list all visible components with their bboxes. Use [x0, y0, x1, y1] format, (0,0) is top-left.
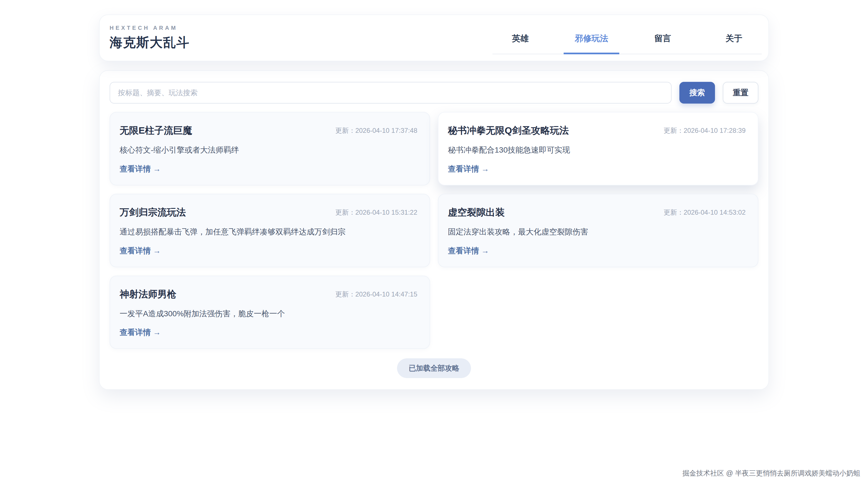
brand: HEXTECH ARAM 海克斯大乱斗 [110, 25, 190, 51]
guide-summary: 固定法穿出装攻略，最大化虚空裂隙伤害 [448, 227, 746, 237]
guide-detail-link[interactable]: 查看详情 → [120, 246, 161, 256]
guide-updated: 更新：2026-04-10 17:28:39 [663, 126, 746, 135]
page: HEXTECH ARAM 海克斯大乱斗 英雄 邪修玩法 留言 关于 搜索 重置 … [0, 0, 868, 485]
page-title: 海克斯大乱斗 [110, 34, 190, 51]
guide-summary: 一发平A造成300%附加法强伤害，脆皮一枪一个 [120, 309, 417, 319]
guide-detail-link[interactable]: 查看详情 → [120, 327, 161, 338]
search-button[interactable]: 搜索 [679, 82, 715, 104]
guide-card: 秘书冲拳无限Q剑圣攻略玩法 更新：2026-04-10 17:28:39 秘书冲… [438, 112, 758, 186]
app-header: HEXTECH ARAM 海克斯大乱斗 英雄 邪修玩法 留言 关于 [99, 15, 769, 61]
guide-updated-time: 2026-04-10 15:31:22 [355, 208, 417, 216]
guide-card: 无限E柱子流巨魔 更新：2026-04-10 17:37:48 核心符文-缩小引… [110, 112, 430, 186]
guide-updated-time: 2026-04-10 17:28:39 [684, 127, 746, 134]
main-panel: 搜索 重置 无限E柱子流巨魔 更新：2026-04-10 17:37:48 核心… [99, 70, 769, 390]
search-input[interactable] [110, 82, 672, 104]
guide-updated: 更新：2026-04-10 17:37:48 [335, 126, 417, 135]
nav-tab-heroes[interactable]: 英雄 [492, 26, 548, 54]
brand-eyebrow: HEXTECH ARAM [110, 25, 190, 31]
guide-updated: 更新：2026-04-10 15:31:22 [335, 208, 417, 217]
guide-updated-time: 2026-04-10 17:37:48 [355, 127, 417, 134]
reset-button[interactable]: 重置 [723, 82, 758, 104]
guide-updated-label: 更新： [663, 208, 684, 216]
guide-updated-label: 更新： [335, 290, 355, 298]
guide-title: 虚空裂隙出装 [448, 206, 505, 219]
guide-updated-label: 更新： [335, 208, 355, 216]
guide-card: 神射法师男枪 更新：2026-04-10 14:47:15 一发平A造成300%… [110, 276, 430, 349]
guide-card-header: 万剑归宗流玩法 更新：2026-04-10 15:31:22 [120, 206, 417, 219]
guide-detail-link[interactable]: 查看详情 → [448, 246, 489, 256]
guide-title: 无限E柱子流巨魔 [120, 124, 192, 137]
guide-card: 万剑归宗流玩法 更新：2026-04-10 15:31:22 通过易损搭配暴击飞… [110, 194, 430, 267]
guides-grid: 无限E柱子流巨魔 更新：2026-04-10 17:37:48 核心符文-缩小引… [110, 112, 758, 349]
guide-updated-label: 更新： [663, 127, 684, 134]
guide-updated: 更新：2026-04-10 14:53:02 [663, 208, 746, 217]
nav-tab-off-meta[interactable]: 邪修玩法 [564, 26, 619, 54]
guide-updated-label: 更新： [335, 127, 355, 134]
guide-detail-link[interactable]: 查看详情 → [448, 164, 489, 174]
guide-summary: 通过易损搭配暴击飞弹，加任意飞弹羁绊凑够双羁绊达成万剑归宗 [120, 227, 417, 237]
watermark: 掘金技术社区 @ 半夜三更悄悄去厕所调戏娇美蠕动小奶蛆 [682, 468, 860, 478]
search-bar: 搜索 重置 [110, 82, 758, 104]
end-of-list-row: 已加载全部攻略 [110, 358, 758, 378]
guide-title: 秘书冲拳无限Q剑圣攻略玩法 [448, 124, 569, 137]
guide-title: 万剑归宗流玩法 [120, 206, 186, 219]
guide-updated-time: 2026-04-10 14:53:02 [684, 208, 746, 216]
nav-tab-messages[interactable]: 留言 [635, 26, 690, 54]
guide-updated: 更新：2026-04-10 14:47:15 [335, 290, 417, 299]
nav-tab-about[interactable]: 关于 [706, 26, 762, 54]
guide-card-header: 虚空裂隙出装 更新：2026-04-10 14:53:02 [448, 206, 746, 219]
content-shell: HEXTECH ARAM 海克斯大乱斗 英雄 邪修玩法 留言 关于 搜索 重置 … [99, 0, 769, 390]
guide-summary: 秘书冲拳配合130技能急速即可实现 [448, 145, 746, 155]
guide-card-header: 无限E柱子流巨魔 更新：2026-04-10 17:37:48 [120, 124, 417, 137]
guide-card: 虚空裂隙出装 更新：2026-04-10 14:53:02 固定法穿出装攻略，最… [438, 194, 758, 267]
main-nav: 英雄 邪修玩法 留言 关于 [492, 26, 762, 54]
guide-summary: 核心符文-缩小引擎或者大法师羁绊 [120, 145, 417, 155]
guide-title: 神射法师男枪 [120, 288, 176, 301]
guide-updated-time: 2026-04-10 14:47:15 [355, 290, 417, 298]
guide-card-header: 神射法师男枪 更新：2026-04-10 14:47:15 [120, 288, 417, 301]
guide-card-header: 秘书冲拳无限Q剑圣攻略玩法 更新：2026-04-10 17:28:39 [448, 124, 746, 137]
end-of-list-badge: 已加载全部攻略 [397, 358, 471, 378]
guide-detail-link[interactable]: 查看详情 → [120, 164, 161, 174]
